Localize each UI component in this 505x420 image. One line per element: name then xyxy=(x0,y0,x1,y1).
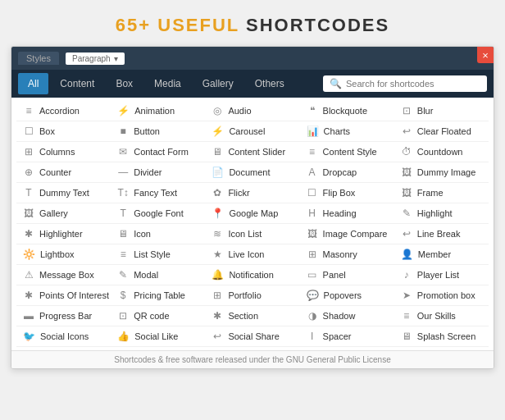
shortcode-item[interactable]: ≋Icon List xyxy=(205,224,299,244)
shortcode-item[interactable]: ▬Progress Bar xyxy=(16,306,111,326)
topbar-paragraph-dropdown[interactable]: Paragraph ▾ xyxy=(66,52,125,65)
nav-tab-box[interactable]: Box xyxy=(106,73,143,94)
nav-tab-media[interactable]: Media xyxy=(144,73,191,94)
shortcode-item[interactable]: 👍Social Like xyxy=(111,326,205,347)
item-icon: H xyxy=(307,208,318,219)
shortcode-item[interactable]: ⊞Masonry xyxy=(300,244,394,265)
shortcode-item[interactable]: ✿Flickr xyxy=(205,183,299,203)
item-label: Dummy Text xyxy=(39,188,89,198)
shortcode-item[interactable]: TGoogle Font xyxy=(111,203,205,224)
page-wrapper: 65+ USEFUL SHORTCODES Styles Paragraph ▾… xyxy=(0,0,505,420)
shortcode-item[interactable]: ⏱Countdown xyxy=(394,142,489,162)
shortcode-item[interactable]: ⊞Columns xyxy=(16,142,111,162)
item-icon: T xyxy=(117,208,129,219)
shortcode-item[interactable]: ✉Contact Form xyxy=(111,142,205,162)
shortcode-item[interactable]: 📊Charts xyxy=(300,121,394,142)
item-icon: 📊 xyxy=(307,126,319,137)
item-icon: ↩ xyxy=(212,331,223,342)
shortcode-item[interactable]: 🖥Icon xyxy=(111,224,205,244)
shortcode-item[interactable]: ☐Flip Box xyxy=(300,183,394,203)
shortcode-item[interactable]: ♪Player List xyxy=(394,265,489,285)
shortcode-item[interactable]: ◑Shadow xyxy=(300,306,394,326)
shortcode-item[interactable]: ≡Content Style xyxy=(300,142,394,162)
shortcode-item[interactable]: ▭Panel xyxy=(300,265,394,285)
item-label: Counter xyxy=(39,167,71,177)
shortcode-item[interactable]: ≡List Style xyxy=(111,244,205,265)
shortcode-item[interactable]: ⊡QR code xyxy=(111,306,205,326)
shortcode-item[interactable]: ➤Promotion box xyxy=(394,285,489,306)
shortcode-item[interactable]: ⚡Animation xyxy=(111,101,205,121)
item-label: Section xyxy=(228,311,258,321)
shortcode-item[interactable]: ⚠Message Box xyxy=(16,265,111,285)
shortcode-item[interactable]: 💬Popovers xyxy=(300,285,394,306)
item-label: Social Share xyxy=(228,331,279,341)
shortcode-item[interactable]: ISpacer xyxy=(300,326,394,347)
shortcode-item[interactable]: 🖼Dummy Image xyxy=(394,162,489,183)
nav-tab-content[interactable]: Content xyxy=(50,73,104,94)
shortcode-item[interactable]: 🔔Notification xyxy=(205,265,299,285)
item-icon: ≡ xyxy=(117,249,129,260)
item-label: Member xyxy=(418,249,451,259)
item-label: Highlight xyxy=(417,208,453,218)
shortcode-item[interactable]: T↕Fancy Text xyxy=(111,183,205,203)
shortcode-item[interactable]: ⊡Blur xyxy=(394,101,489,121)
shortcode-item[interactable]: TDummy Text xyxy=(16,183,111,203)
item-icon: 🖥 xyxy=(401,331,412,342)
shortcode-item[interactable]: ❝Blockquote xyxy=(300,101,394,121)
item-icon: 🖥 xyxy=(117,228,129,240)
item-icon: 👍 xyxy=(117,331,130,342)
item-label: Modal xyxy=(134,270,158,280)
shortcode-item[interactable]: ⚡Carousel xyxy=(205,121,299,142)
shortcode-item[interactable]: ↩Clear Floated xyxy=(394,121,489,142)
shortcode-item[interactable]: ↩Social Share xyxy=(205,326,299,347)
shortcode-item[interactable]: ⊞Portfolio xyxy=(205,285,299,306)
shortcode-item[interactable]: 🖼Frame xyxy=(394,183,489,203)
shortcode-item[interactable]: 🔆Lightbox xyxy=(16,244,111,265)
item-icon: ↩ xyxy=(401,228,412,240)
search-input[interactable] xyxy=(346,79,480,89)
item-label: Audio xyxy=(228,106,251,116)
item-label: Contact Form xyxy=(134,147,189,157)
shortcode-item[interactable]: $Pricing Table xyxy=(111,285,205,306)
shortcode-item[interactable]: ★Live Icon xyxy=(205,244,299,265)
shortcode-item[interactable]: 👤Member xyxy=(394,244,489,265)
search-bar[interactable]: 🔍 xyxy=(323,75,487,92)
shortcode-item[interactable]: 📍Google Map xyxy=(205,203,299,224)
shortcode-item[interactable]: ≡Our Skills xyxy=(394,306,489,326)
shortcode-item[interactable]: ✱Section xyxy=(205,306,299,326)
shortcode-item[interactable]: 🖼Gallery xyxy=(16,203,111,224)
item-label: Flickr xyxy=(228,188,249,198)
shortcode-item[interactable]: ↩Line Break xyxy=(394,224,489,244)
shortcode-item[interactable]: ◎Audio xyxy=(205,101,299,121)
item-icon: ☐ xyxy=(23,126,34,137)
shortcode-item[interactable]: 🖼Image Compare xyxy=(300,224,394,244)
nav-tab-gallery[interactable]: Gallery xyxy=(193,73,243,94)
topbar-paragraph-label: Paragraph xyxy=(72,54,111,63)
item-label: Carousel xyxy=(229,126,265,136)
shortcode-item[interactable]: 🖥Splash Screen xyxy=(394,326,489,347)
shortcode-item[interactable]: ADropcap xyxy=(300,162,394,183)
shortcode-item[interactable]: ✎Modal xyxy=(111,265,205,285)
shortcode-item[interactable]: ≡Accordion xyxy=(16,101,111,121)
modal-close-button[interactable]: × xyxy=(477,47,494,63)
shortcode-item[interactable]: ⊕Counter xyxy=(16,162,111,183)
item-label: Social Icons xyxy=(40,331,89,341)
shortcode-item[interactable]: 🖥Content Slider xyxy=(205,142,299,162)
item-icon: 🖼 xyxy=(401,167,412,178)
item-icon: 🖼 xyxy=(401,187,412,199)
topbar-styles-tab[interactable]: Styles xyxy=(18,52,59,65)
item-icon: — xyxy=(117,167,129,178)
shortcode-item[interactable]: —Divider xyxy=(111,162,205,183)
shortcode-item[interactable]: ✱Highlighter xyxy=(16,224,111,244)
nav-tab-all[interactable]: All xyxy=(18,73,48,94)
shortcode-item[interactable]: ✎Highlight xyxy=(394,203,489,224)
shortcode-item[interactable]: 📄Document xyxy=(205,162,299,183)
shortcode-item[interactable]: HHeading xyxy=(300,203,394,224)
item-label: Columns xyxy=(39,147,75,157)
shortcode-item[interactable]: 🐦Social Icons xyxy=(16,326,111,347)
shortcode-item[interactable]: ☐Box xyxy=(16,121,111,142)
nav-tab-others[interactable]: Others xyxy=(245,73,294,94)
shortcode-item[interactable]: ■Button xyxy=(111,121,205,142)
shortcode-item[interactable]: ✱Points Of Interest xyxy=(16,285,111,306)
item-label: Button xyxy=(134,126,160,136)
